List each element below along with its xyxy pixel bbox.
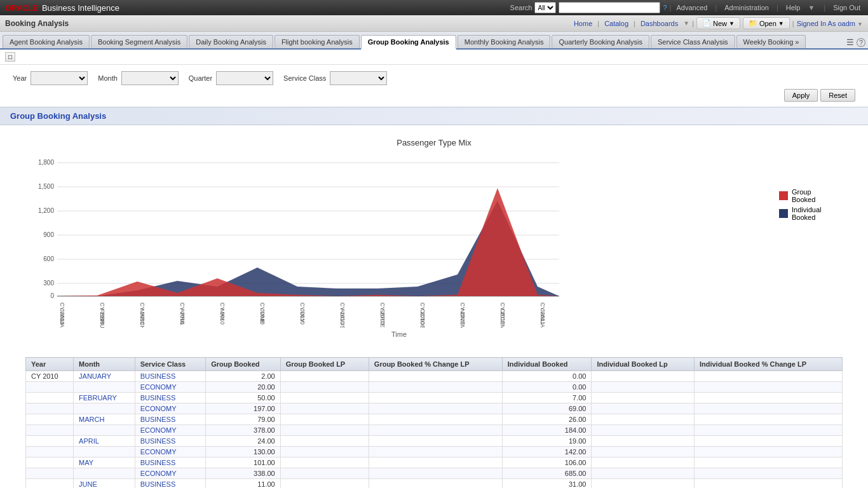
cell-service-class[interactable]: BUSINESS [135, 458, 206, 468]
collapse-button[interactable]: □ [5, 52, 15, 62]
tab-group-booking[interactable]: Group Booking Analysis [361, 35, 456, 50]
cell-ind-booked: 7.00 [502, 393, 592, 403]
cell-service-class[interactable]: BUSINESS [135, 414, 206, 425]
tab-booking-segment[interactable]: Booking Segment Analysis [91, 35, 187, 48]
tab-service-class[interactable]: Service Class Analysis [651, 35, 735, 48]
year-label: Year [13, 74, 27, 82]
signout-link[interactable]: Sign Out [831, 4, 863, 11]
cell-month [74, 447, 135, 458]
reset-button[interactable]: Reset [820, 89, 855, 102]
tab-weekly-booking[interactable]: Weekly Booking » [736, 35, 806, 48]
service-class-filter-group: Service Class [283, 71, 387, 85]
tab-agent-booking[interactable]: Agent Booking Analysis [3, 35, 90, 48]
service-class-select[interactable] [330, 71, 387, 85]
service-link[interactable]: BUSINESS [140, 480, 176, 488]
cell-ind-booked: 26.00 [502, 414, 592, 425]
tab-booking-segment-label: Booking Segment Analysis [98, 38, 180, 46]
table-row: ECONOMY378.00184.00 [26, 425, 843, 436]
quarter-select[interactable] [216, 71, 273, 85]
service-link[interactable]: BUSINESS [140, 437, 176, 445]
username-link[interactable]: oadm [837, 20, 855, 27]
cell-service-class[interactable]: BUSINESS [135, 436, 206, 447]
svg-text:0: 0 [50, 292, 54, 299]
cell-service-class[interactable]: ECONOMY [135, 403, 206, 414]
month-link[interactable]: MARCH [79, 416, 104, 423]
cell-ind-booked: 19.00 [502, 436, 592, 447]
cell-group-change [369, 371, 502, 382]
cell-service-class[interactable]: ECONOMY [135, 382, 206, 393]
cell-group-change [369, 393, 502, 403]
dashboards-link[interactable]: Dashboards [638, 20, 681, 27]
tab-quarterly-booking[interactable]: Quarterly Booking Analysis [552, 35, 649, 48]
service-link[interactable]: ECONOMY [140, 448, 177, 456]
search-input[interactable] [559, 2, 660, 13]
table-row: ECONOMY130.00142.00 [26, 447, 843, 458]
month-link[interactable]: APRIL [79, 437, 99, 445]
administration-link[interactable]: Administration [722, 4, 771, 11]
cell-service-class[interactable]: BUSINESS [135, 371, 206, 382]
service-link[interactable]: ECONOMY [140, 383, 177, 391]
cell-month[interactable]: JUNE [74, 479, 135, 489]
chart-svg-area: 0 300 600 900 1,200 1,500 1,800 CY 20 [25, 150, 773, 338]
cell-ind-change [694, 436, 842, 447]
cell-group-lp [280, 393, 369, 403]
service-link[interactable]: BUSINESS [140, 416, 176, 423]
service-link[interactable]: ECONOMY [140, 405, 177, 412]
cell-service-class[interactable]: ECONOMY [135, 425, 206, 436]
cell-service-class[interactable]: ECONOMY [135, 468, 206, 479]
cell-ind-booked: 106.00 [502, 458, 592, 468]
cell-month[interactable]: MARCH [74, 414, 135, 425]
tab-monthly-booking[interactable]: Monthly Booking Analysis [458, 35, 551, 48]
svg-text:1,500: 1,500 [38, 183, 54, 190]
apply-button[interactable]: Apply [784, 89, 818, 102]
table-row: CY 2010JANUARYBUSINESS2.000.00 [26, 371, 843, 382]
oracle-logo: ORACLE Business Intelligence [5, 3, 119, 13]
legend-individual-booked-color [779, 209, 788, 218]
svg-text:900: 900 [43, 231, 54, 238]
cell-year [26, 403, 74, 414]
month-link[interactable]: MAY [79, 459, 93, 466]
tabs-settings-icon[interactable]: ☰ [846, 37, 854, 47]
cell-month[interactable]: MAY [74, 458, 135, 468]
search-help-icon[interactable]: ? [663, 4, 667, 11]
new-button[interactable]: 📄 New ▼ [696, 17, 740, 29]
tab-flight-booking[interactable]: Flight booking Analysis [275, 35, 360, 48]
table-row: MAYBUSINESS101.00106.00 [26, 458, 843, 468]
help-link[interactable]: Help [783, 4, 803, 11]
tab-monthly-booking-label: Monthly Booking Analysis [465, 38, 544, 46]
svg-text:FEBRUARY: FEBRUARY [99, 309, 105, 328]
legend-group-booked-label: GroupBooked [792, 188, 815, 203]
cell-ind-change [694, 479, 842, 489]
cell-service-class[interactable]: BUSINESS [135, 393, 206, 403]
open-button[interactable]: 📁 Open ▼ [743, 17, 790, 29]
month-select[interactable] [121, 71, 179, 85]
cell-service-class[interactable]: ECONOMY [135, 447, 206, 458]
cell-year [26, 393, 74, 403]
cell-service-class[interactable]: BUSINESS [135, 479, 206, 489]
year-select[interactable] [31, 71, 88, 85]
service-link[interactable]: BUSINESS [140, 459, 176, 466]
cell-ind-booked: 184.00 [502, 425, 592, 436]
search-scope-select[interactable]: All [534, 2, 556, 13]
tabs-help-icon[interactable]: ? [857, 38, 865, 47]
service-link[interactable]: BUSINESS [140, 394, 176, 402]
month-link[interactable]: JANUARY [79, 372, 111, 380]
cell-month[interactable]: APRIL [74, 436, 135, 447]
svg-text:JUNE: JUNE [259, 309, 266, 324]
month-link[interactable]: JUNE [79, 480, 97, 488]
cell-group-lp [280, 436, 369, 447]
open-chevron: ▼ [778, 20, 784, 27]
table-row: ECONOMY20.000.00 [26, 382, 843, 393]
service-link[interactable]: BUSINESS [140, 372, 176, 380]
tab-daily-booking[interactable]: Daily Booking Analysis [189, 35, 273, 48]
service-link[interactable]: ECONOMY [140, 426, 177, 434]
catalog-link[interactable]: Catalog [602, 20, 631, 27]
cell-month[interactable]: JANUARY [74, 371, 135, 382]
home-link[interactable]: Home [571, 20, 595, 27]
month-link[interactable]: FEBRUARY [79, 394, 117, 402]
service-link[interactable]: ECONOMY [140, 470, 177, 477]
cell-group-lp [280, 403, 369, 414]
cell-group-booked: 20.00 [206, 382, 281, 393]
cell-month[interactable]: FEBRUARY [74, 393, 135, 403]
advanced-link[interactable]: Advanced [674, 4, 710, 11]
